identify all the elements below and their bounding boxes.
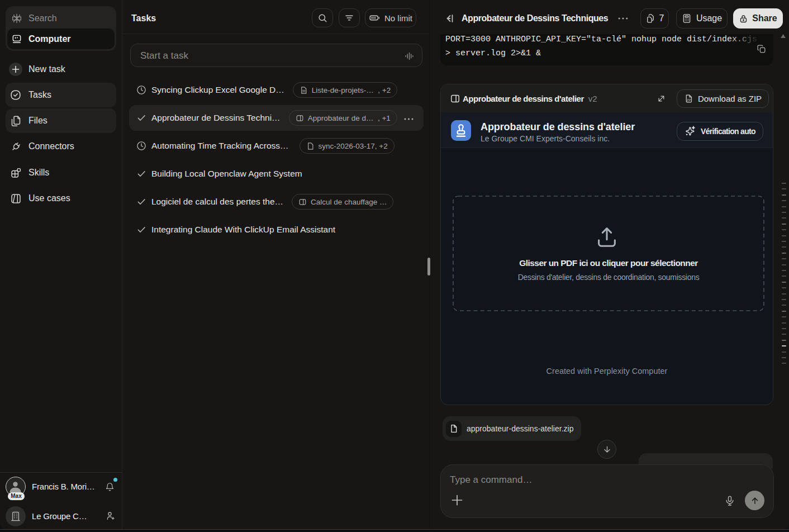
svg-text:ZIP: ZIP xyxy=(687,99,691,102)
